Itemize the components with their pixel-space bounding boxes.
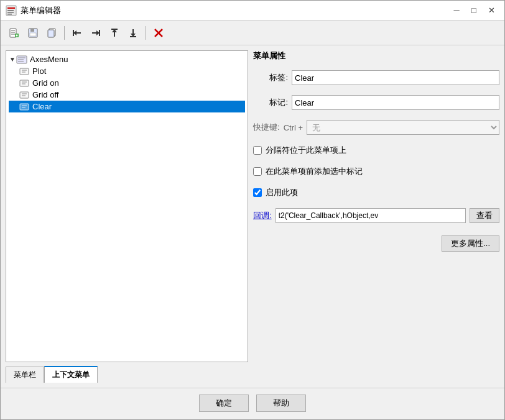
window-controls: ─ □ ✕	[448, 4, 499, 17]
svg-rect-35	[20, 68, 29, 75]
tree-item-plot[interactable]: Plot	[9, 65, 245, 77]
expand-icon-axesmenu: ▼	[9, 56, 16, 63]
svg-rect-14	[30, 33, 36, 36]
checkbox-checkmark-label: 在此菜单项前添加选中标记	[266, 166, 363, 177]
main-content: ▼ AxesMenu	[1, 45, 504, 388]
tree-icon-grid-on	[19, 79, 30, 88]
callback-label[interactable]: 回调:	[253, 210, 272, 221]
svg-rect-1	[7, 7, 15, 9]
id-input[interactable]	[292, 95, 499, 110]
tag-label: 标签:	[253, 72, 288, 83]
toolbar-sep-2	[146, 26, 146, 40]
checkbox-enable[interactable]	[253, 188, 262, 197]
tree-label-axesmenu: AxesMenu	[30, 55, 68, 64]
toolbar	[1, 21, 504, 45]
tree-label-clear: Clear	[32, 102, 52, 111]
svg-rect-16	[48, 30, 54, 37]
maximize-button[interactable]: □	[466, 4, 482, 17]
svg-rect-3	[7, 12, 14, 13]
id-row: 标记:	[253, 95, 499, 110]
svg-rect-38	[20, 80, 29, 86]
move-right-button[interactable]	[87, 24, 104, 42]
ctrl-text: Ctrl +	[284, 123, 303, 132]
tag-row: 标签:	[253, 70, 499, 85]
checkbox-row-2: 在此菜单项前添加选中标记	[253, 166, 499, 177]
tree-icon-grid-off	[19, 91, 30, 99]
left-panel: ▼ AxesMenu	[6, 50, 248, 383]
checkbox-separator-label: 分隔符位于此菜单项上	[266, 145, 346, 156]
tag-input[interactable]	[292, 70, 499, 85]
checkbox-checkmark[interactable]	[253, 167, 262, 176]
bottom-bar: 确定 帮助	[1, 388, 504, 419]
move-left-button[interactable]	[68, 24, 86, 42]
help-button[interactable]: 帮助	[256, 395, 306, 412]
tree-item-axesmenu[interactable]: ▼ AxesMenu	[9, 53, 245, 65]
svg-rect-13	[30, 29, 34, 32]
checkbox-enable-label: 启用此项	[266, 187, 298, 198]
tree-item-clear[interactable]: Clear	[9, 101, 245, 112]
copy-button[interactable]	[43, 24, 60, 42]
window-title: 菜单编辑器	[21, 5, 448, 16]
svg-rect-44	[20, 104, 29, 110]
shortcut-row: 快捷键: Ctrl + 无	[253, 120, 499, 135]
move-down-button[interactable]	[124, 24, 142, 42]
id-label: 标记:	[253, 97, 288, 108]
new-menu-button[interactable]	[6, 24, 23, 42]
tab-context-menu[interactable]: 上下文菜单	[44, 366, 98, 383]
menu-tree[interactable]: ▼ AxesMenu	[6, 50, 248, 362]
ok-button[interactable]: 确定	[199, 395, 249, 412]
checkbox-row-1: 分隔符位于此菜单项上	[253, 145, 499, 156]
toolbar-sep-1	[64, 26, 65, 40]
move-up-button[interactable]	[106, 24, 123, 42]
section-title-properties: 菜单属性	[253, 50, 499, 62]
shortcut-select[interactable]: 无	[307, 120, 499, 135]
close-button[interactable]: ✕	[483, 4, 499, 17]
callback-input[interactable]	[276, 208, 466, 223]
more-props-row: 更多属性...	[253, 235, 499, 252]
more-props-button[interactable]: 更多属性...	[442, 235, 499, 252]
tab-menubar[interactable]: 菜单栏	[6, 367, 44, 383]
tree-label-grid-on: Grid on	[32, 78, 59, 88]
checkbox-row-3: 启用此项	[253, 187, 499, 198]
title-bar: 菜单编辑器 ─ □ ✕	[1, 1, 504, 21]
window-icon	[6, 5, 17, 16]
tree-label-grid-off: Grid off	[32, 90, 58, 99]
svg-rect-41	[20, 92, 29, 98]
shortcut-label: 快捷键:	[253, 122, 280, 133]
tree-label-plot: Plot	[32, 66, 46, 76]
tree-icon-plot	[19, 67, 30, 76]
svg-rect-4	[7, 14, 12, 15]
tree-icon-clear	[19, 103, 30, 111]
checkbox-separator[interactable]	[253, 146, 262, 155]
main-window: 菜单编辑器 ─ □ ✕	[0, 0, 505, 420]
minimize-button[interactable]: ─	[448, 4, 465, 17]
save-button[interactable]	[24, 24, 42, 42]
view-button[interactable]: 查看	[470, 208, 499, 223]
tab-container: 菜单栏 上下文菜单	[6, 366, 248, 383]
delete-button[interactable]	[150, 24, 167, 42]
callback-row: 回调: 查看	[253, 208, 499, 223]
tree-item-grid-off[interactable]: Grid off	[9, 89, 245, 101]
tree-icon-axesmenu	[16, 55, 27, 64]
right-panel: 菜单属性 标签: 标记: 快捷键: Ctrl + 无	[253, 50, 499, 383]
svg-rect-2	[7, 10, 14, 11]
tree-item-grid-on[interactable]: Grid on	[9, 77, 245, 89]
